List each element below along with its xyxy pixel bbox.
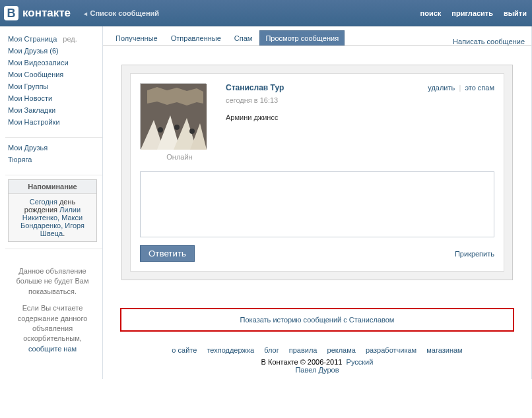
sidebar: Моя Страница ред. Мои Друзья (6) Мои Вид… xyxy=(0,26,102,379)
nav-search[interactable]: поиск xyxy=(420,9,442,17)
svg-point-1 xyxy=(158,127,163,133)
avatar[interactable] xyxy=(140,83,206,149)
footer-about[interactable]: о сайте xyxy=(172,346,197,354)
nav-groups[interactable]: Мои Группы xyxy=(8,82,48,90)
header: B контакте Список сообщений поиск пригла… xyxy=(0,0,532,26)
nav-bookmarks[interactable]: Мои Закладки xyxy=(8,106,55,114)
nav-settings[interactable]: Мои Настройки xyxy=(8,118,60,126)
nav-friends-2[interactable]: Мои Друзья xyxy=(8,144,48,152)
reminder-box: Напоминание Сегодня день рождения Лилии … xyxy=(8,179,97,242)
ad-block: Данное объявление больше не будет Вам по… xyxy=(8,253,102,361)
footer-rules[interactable]: правила xyxy=(289,346,317,354)
footer-author[interactable]: Павел Дуров xyxy=(295,366,339,374)
reminder-today[interactable]: Сегодня xyxy=(30,198,57,206)
top-nav: поиск пригласить выйти xyxy=(420,9,527,17)
footer-lang[interactable]: Русский xyxy=(347,358,374,366)
breadcrumb[interactable]: Список сообщений xyxy=(83,9,159,17)
footer-blog[interactable]: блог xyxy=(264,346,279,354)
svg-point-3 xyxy=(189,129,195,134)
reminder-title: Напоминание xyxy=(9,180,96,194)
reply-button[interactable]: Ответить xyxy=(140,245,195,262)
reply-textarea[interactable] xyxy=(140,171,494,237)
ad-line2: Если Вы считаете содержание данного объя… xyxy=(18,304,88,342)
tabs: Полученные Отправленные Спам Просмотр со… xyxy=(103,26,531,46)
nav-friends[interactable]: Мои Друзья (6) xyxy=(8,47,59,55)
history-link[interactable]: Показать историю сообщений с Станиславом xyxy=(240,316,395,324)
reminder-body: Сегодня день рождения Лилии Никитенко, М… xyxy=(9,194,96,241)
action-spam[interactable]: это спам xyxy=(465,84,494,92)
nav-my-page[interactable]: Моя Страница xyxy=(8,35,57,43)
tab-outbox[interactable]: Отправленные xyxy=(165,30,227,45)
nav-tyuryaga[interactable]: Тюряга xyxy=(8,156,32,164)
sender-name[interactable]: Станислав Тур xyxy=(226,83,284,92)
tab-spam[interactable]: Спам xyxy=(228,30,259,45)
message-time: сегодня в 16:13 xyxy=(226,92,494,104)
copyright: В Контакте © 2006-2011 xyxy=(261,358,343,366)
brand-text: контакте xyxy=(22,7,71,20)
nav-edit[interactable]: ред. xyxy=(59,35,77,43)
footer: о сайте техподдержка блог правила реклам… xyxy=(103,341,531,379)
svg-point-2 xyxy=(174,125,180,130)
attach-link[interactable]: Прикрепить xyxy=(455,250,494,258)
message-box: Онлайн Станислав Тур удалить | это спам xyxy=(121,65,513,280)
tab-view[interactable]: Просмотр сообщения xyxy=(259,30,345,45)
nav-videos[interactable]: Мои Видеозаписи xyxy=(8,59,69,67)
ad-line1: Данное объявление больше не будет Вам по… xyxy=(9,266,96,297)
footer-shops[interactable]: магазинам xyxy=(426,346,462,354)
tab-inbox[interactable]: Полученные xyxy=(110,30,164,45)
action-delete[interactable]: удалить xyxy=(428,84,455,92)
nav-messages[interactable]: Мои Сообщения xyxy=(8,71,63,78)
content: Полученные Отправленные Спам Просмотр со… xyxy=(102,26,532,379)
footer-ads[interactable]: реклама xyxy=(327,346,356,354)
online-status: Онлайн xyxy=(140,149,219,161)
tab-compose[interactable]: Написать сообщение xyxy=(453,38,525,45)
history-link-box: Показать историю сообщений с Станиславом xyxy=(120,308,514,332)
footer-devs[interactable]: разработчикам xyxy=(366,346,416,354)
ad-report-link[interactable]: сообщите нам xyxy=(28,345,77,353)
logo[interactable]: B контакте xyxy=(4,6,83,20)
nav-invite[interactable]: пригласить xyxy=(451,9,493,17)
footer-support[interactable]: техподдержка xyxy=(207,346,254,354)
nav-news[interactable]: Мои Новости xyxy=(8,94,52,102)
nav-logout[interactable]: выйти xyxy=(504,9,527,17)
logo-icon: B xyxy=(4,6,18,20)
message-body: Армини джинсс xyxy=(226,104,494,121)
